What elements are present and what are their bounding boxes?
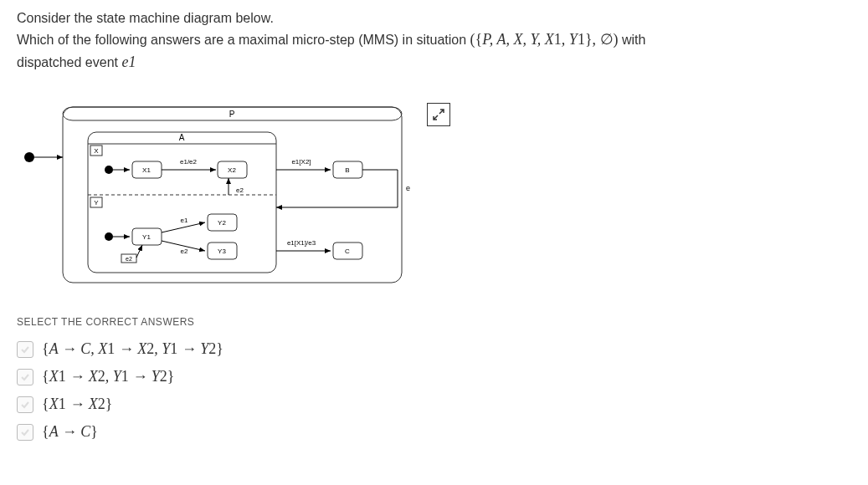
check-icon <box>20 400 30 410</box>
diagram-area: P A X Y X1 e1/e2 X2 e2 Y1 <box>17 99 851 291</box>
c-label: C <box>345 248 350 255</box>
svg-point-15 <box>105 232 113 241</box>
checkbox[interactable] <box>17 424 33 441</box>
question-prompt: Consider the state machine diagram below… <box>17 8 851 74</box>
answer-option: {A → C, X1 → X2, Y1 → Y2} <box>17 340 851 358</box>
p-label: P <box>229 110 235 119</box>
check-icon <box>20 427 30 437</box>
answer-option: {X1 → X2} <box>17 396 851 413</box>
answer-option: {A → C} <box>17 423 851 441</box>
answer-text: {A → C} <box>42 423 98 441</box>
y-region-label: Y <box>94 199 99 207</box>
expand-icon <box>432 108 445 121</box>
y1-y2-trans: e1 <box>181 217 188 224</box>
question-situation: ({P, A, X, Y, X1, Y1}, ∅) <box>470 31 619 48</box>
y3-label: Y3 <box>218 248 226 255</box>
question-event: e1 <box>121 54 136 70</box>
svg-point-2 <box>24 152 34 162</box>
x1-x2-trans: e1/e2 <box>180 158 198 166</box>
question-line2-suffix: with <box>622 33 645 47</box>
checkbox[interactable] <box>17 341 33 358</box>
expand-diagram-button[interactable] <box>427 103 450 126</box>
a-label: A <box>179 133 185 142</box>
a-c-trans: e1[X1]/e3 <box>287 239 316 247</box>
a-b-trans: e1[X2] <box>291 158 311 166</box>
question-line2-prefix: Which of the following answers are a max… <box>17 33 470 47</box>
question-line3-prefix: dispatched event <box>17 55 121 69</box>
y2-label: Y2 <box>218 219 226 227</box>
svg-point-9 <box>105 166 113 174</box>
answer-option: {X1 → X2, Y1 → Y2} <box>17 368 851 385</box>
x2-label: X2 <box>228 166 236 174</box>
checkbox[interactable] <box>17 369 33 385</box>
y1-label: Y1 <box>142 233 151 241</box>
answers-list: {A → C, X1 → X2, Y1 → Y2} {X1 → X2, Y1 →… <box>17 340 851 441</box>
y1-e2-label: e2 <box>126 256 132 262</box>
question-line1: Consider the state machine diagram below… <box>17 11 274 25</box>
b-back-trans: e3/e1 <box>406 184 410 192</box>
answer-text: {X1 → X2} <box>42 396 112 413</box>
y1-y3-trans: e2 <box>181 248 188 255</box>
x-region-label: X <box>94 147 99 155</box>
b-label: B <box>345 166 349 174</box>
x2-e2-label: e2 <box>236 186 244 194</box>
checkbox[interactable] <box>17 396 33 413</box>
instruction-text: SELECT THE CORRECT ANSWERS <box>17 316 851 328</box>
answer-text: {A → C, X1 → X2, Y1 → Y2} <box>42 340 223 358</box>
check-icon <box>20 345 30 355</box>
svg-line-19 <box>136 245 142 258</box>
answer-text: {X1 → X2, Y1 → Y2} <box>42 368 174 385</box>
x1-label: X1 <box>142 166 151 174</box>
state-machine-diagram: P A X Y X1 e1/e2 X2 e2 Y1 <box>17 99 410 291</box>
check-icon <box>20 372 30 382</box>
